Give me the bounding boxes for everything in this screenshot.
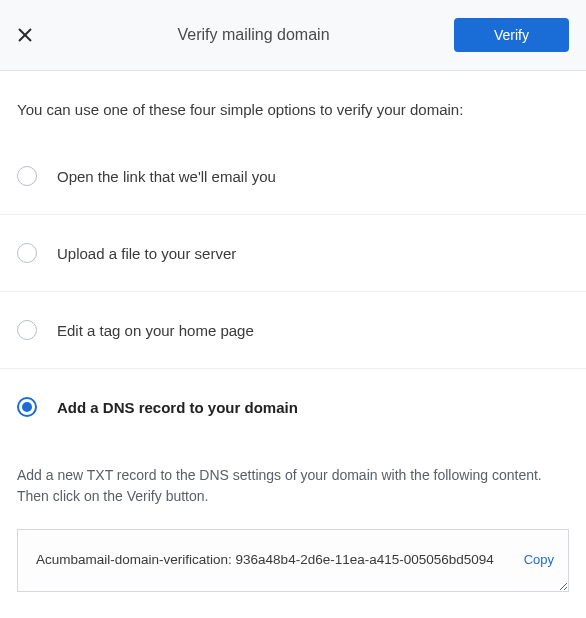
verify-button[interactable]: Verify [454,18,569,52]
txt-record-value: Acumbamail-domain-verification: 936a48b4… [36,552,498,567]
option-label: Open the link that we'll email you [57,168,276,185]
copy-button[interactable]: Copy [524,552,554,567]
radio-icon [17,166,37,186]
dns-description: Add a new TXT record to the DNS settings… [0,445,586,507]
option-upload-file[interactable]: Upload a file to your server [0,215,586,292]
page-title: Verify mailing domain [53,26,454,44]
radio-icon [17,320,37,340]
close-icon[interactable] [17,27,33,43]
txt-record-box: Acumbamail-domain-verification: 936a48b4… [17,529,569,592]
option-label: Add a DNS record to your domain [57,399,298,416]
radio-icon-selected [17,397,37,417]
option-edit-tag[interactable]: Edit a tag on your home page [0,292,586,369]
option-dns-record[interactable]: Add a DNS record to your domain [0,369,586,445]
option-label: Edit a tag on your home page [57,322,254,339]
intro-text: You can use one of these four simple opt… [0,71,586,138]
option-email-link[interactable]: Open the link that we'll email you [0,138,586,215]
option-label: Upload a file to your server [57,245,236,262]
radio-icon [17,243,37,263]
